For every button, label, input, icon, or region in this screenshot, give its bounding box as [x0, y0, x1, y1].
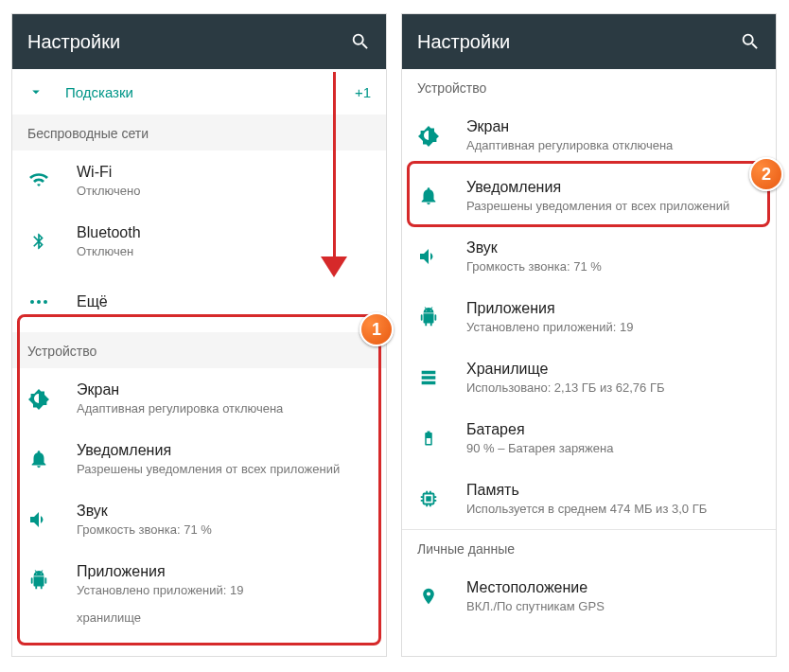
appbar: Настройки [12, 14, 386, 69]
svg-point-2 [44, 300, 47, 304]
android-icon [417, 306, 440, 328]
battery-sub: 90 % – Батарея заряжена [466, 441, 761, 455]
search-icon[interactable] [350, 31, 371, 52]
row-memory[interactable]: Память Используется в среднем 474 МБ из … [402, 469, 776, 529]
appbar-title-right: Настройки [417, 31, 510, 53]
row-battery[interactable]: Батарея 90 % – Батарея заряжена [402, 408, 776, 469]
search-icon[interactable] [740, 31, 761, 52]
storage-title: Хранилище [466, 361, 761, 378]
sound-title-right: Звук [466, 239, 761, 256]
row-apps-right[interactable]: Приложения Установлено приложений: 19 [402, 287, 776, 347]
more-icon [27, 291, 50, 313]
row-location[interactable]: Местоположение ВКЛ./По спутникам GPS [402, 566, 776, 627]
highlight-notifications [407, 161, 770, 227]
volume-icon [417, 245, 440, 268]
more-title: Ещё [77, 293, 371, 310]
bluetooth-icon [27, 230, 50, 253]
location-icon [417, 585, 440, 608]
apps-title-right: Приложения [466, 300, 761, 317]
row-display-right[interactable]: Экран Адаптивная регулировка отключена [402, 105, 776, 166]
appbar-title: Настройки [27, 31, 120, 53]
row-storage[interactable]: Хранилище Использовано: 2,13 ГБ из 62,76… [402, 347, 776, 408]
sound-sub-right: Громкость звонка: 71 % [466, 259, 761, 274]
annotation-arrow [320, 72, 348, 278]
svg-point-0 [30, 300, 34, 304]
display-title-right: Экран [466, 118, 761, 135]
battery-icon [417, 427, 440, 450]
chevron-down-icon [27, 83, 44, 100]
svg-point-1 [37, 300, 41, 304]
badge-1: 1 [359, 312, 394, 346]
storage-sub: Использовано: 2,13 ГБ из 62,76 ГБ [466, 380, 761, 395]
hints-label: Подсказки [65, 84, 133, 100]
section-device-right: Устройство [402, 69, 776, 105]
row-sound-right[interactable]: Звук Громкость звонка: 71 % [402, 226, 776, 287]
brightness-icon [417, 124, 440, 147]
storage-icon [417, 366, 440, 389]
memory-title: Память [466, 482, 761, 499]
hints-count: +1 [355, 84, 371, 100]
memory-icon [417, 487, 440, 510]
section-personal: Личные данные [402, 530, 776, 566]
display-sub-right: Адаптивная регулировка отключена [466, 138, 761, 152]
apps-sub-right: Установлено приложений: 19 [466, 320, 761, 334]
location-sub: ВКЛ./По спутникам GPS [466, 599, 761, 613]
wifi-icon [27, 169, 50, 192]
highlight-device-section [17, 314, 381, 645]
badge-2: 2 [749, 157, 783, 191]
phone-right: Настройки Устройство Экран Адаптивная ре… [401, 13, 777, 657]
battery-title: Батарея [466, 421, 761, 438]
appbar-right: Настройки [402, 14, 776, 69]
memory-sub: Используется в среднем 474 МБ из 3,0 ГБ [466, 502, 761, 516]
location-title: Местоположение [466, 579, 761, 596]
